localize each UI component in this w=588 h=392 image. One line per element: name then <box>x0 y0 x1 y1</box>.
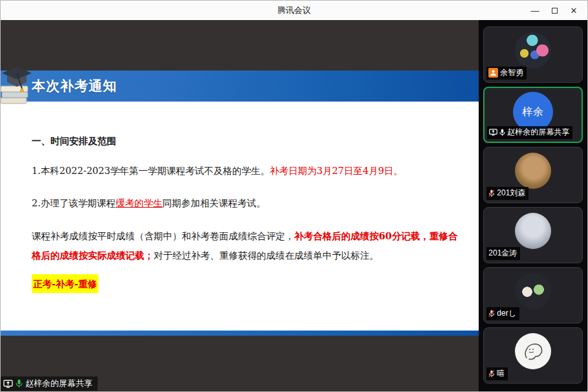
paragraph-2: 2.办理了该学期课程缓考的学生同期参加相关课程考试。 <box>32 194 463 213</box>
paragraph-3: 课程补考成绩按平时成绩（含期中）和补考卷面成绩综合评定，补考合格后的成绩按60分… <box>32 226 463 265</box>
maximize-icon[interactable] <box>545 1 564 20</box>
graduation-cap-icon <box>1 63 33 113</box>
member-badge-icon <box>488 68 498 78</box>
participants-sidebar[interactable]: 余智勇 梓余 赵梓余的屏幕共享 <box>479 20 587 392</box>
participant-name-tag: 赵梓余的屏幕共享 <box>487 126 572 139</box>
microphone-muted-icon <box>488 310 495 318</box>
participant-tile[interactable]: 余智勇 <box>483 27 583 83</box>
paragraph-1: 1.本科2022-2023学年第一学期课程考试不及格的学生。补考日期为3月27日… <box>32 162 463 180</box>
slide-heading: 一、时间安排及范围 <box>32 131 463 150</box>
microphone-on-icon <box>499 129 505 136</box>
shared-screen-area: 本次补考通知 一、时间安排及范围 1.本科2022-2023学年第一学期课程考试… <box>1 20 479 392</box>
slide-banner: 本次补考通知 <box>1 71 479 102</box>
meeting-window: 腾讯会议 — ✕ 本次补考通知 <box>0 0 588 392</box>
participant-tile[interactable]: 201金涛 <box>483 207 583 263</box>
avatar-two-people-photo <box>515 273 551 309</box>
microphone-muted-icon <box>488 370 495 378</box>
titlebar: 腾讯会议 — ✕ <box>1 1 587 20</box>
screen-share-icon <box>489 129 497 136</box>
window-title: 腾讯会议 <box>278 5 311 16</box>
red-underline-text: 缓考的学生 <box>116 198 163 208</box>
participant-name-tag: 余智勇 <box>486 67 527 80</box>
slide-title: 本次补考通知 <box>32 77 117 95</box>
window-controls: — ✕ <box>525 1 583 20</box>
slide-bottom-rule <box>1 331 479 336</box>
screen-share-indicator: 赵梓余的屏幕共享 <box>1 376 98 391</box>
screen-share-icon <box>3 380 13 388</box>
participant-name-tag: 嘻 <box>486 367 508 380</box>
slide-content: 一、时间安排及范围 1.本科2022-2023学年第一学期课程考试不及格的学生。… <box>1 102 479 331</box>
close-icon[interactable]: ✕ <box>564 1 583 20</box>
participant-tile-active-speaker[interactable]: 梓余 赵梓余的屏幕共享 <box>483 87 583 143</box>
minimize-icon[interactable]: — <box>525 1 545 20</box>
avatar-cartoon-character <box>515 32 551 69</box>
participant-tile[interactable]: 201刘森 <box>483 147 583 203</box>
microphone-on-icon <box>16 379 23 388</box>
share-indicator-label: 赵梓余的屏幕共享 <box>25 378 93 389</box>
participant-name-tag: 201金涛 <box>486 247 520 260</box>
participant-tile[interactable]: 嘻 <box>483 327 583 384</box>
avatar-doodle-drawing <box>515 333 551 369</box>
participant-name-tag: derし <box>486 307 519 320</box>
avatar-dog-photo <box>515 153 551 189</box>
highlighted-text: 正考-补考-重修 <box>32 274 98 293</box>
participant-name-tag: 201刘森 <box>486 187 528 200</box>
avatar-anime-photo <box>515 213 551 249</box>
participant-tile[interactable]: derし <box>483 267 583 323</box>
microphone-muted-icon <box>488 190 495 197</box>
red-date-text: 补考日期为3月27日至4月9日。 <box>270 166 403 176</box>
